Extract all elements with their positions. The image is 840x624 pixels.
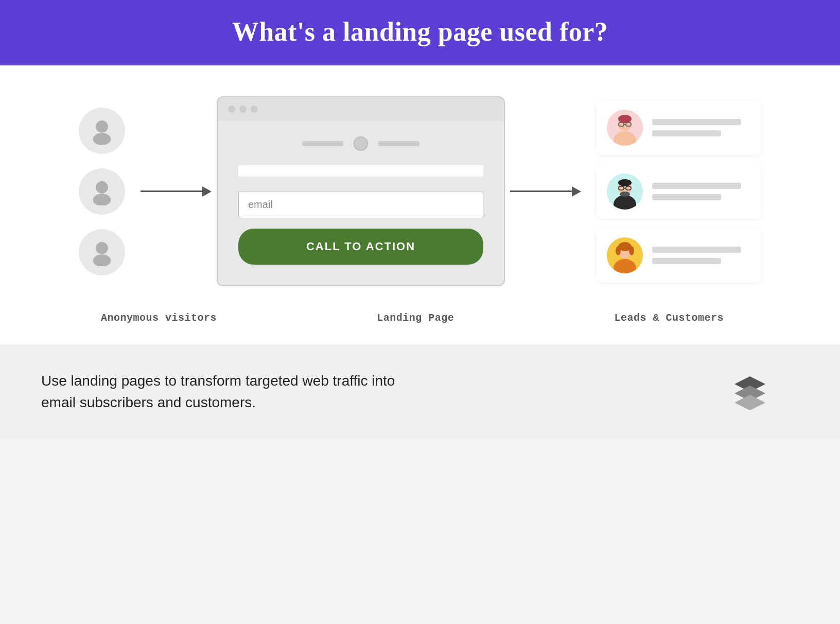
cta-button[interactable]: CALL TO ACTION [238,229,483,265]
arrow-line-left [141,190,202,192]
nav-line-left [302,141,343,146]
leads-column [597,100,761,283]
arrow-line-right [510,190,572,192]
browser-bar [218,97,504,121]
landing-page-label: Landing Page [377,312,454,324]
right-arrow [510,186,581,197]
bottom-section: Use landing pages to transform targeted … [0,344,840,439]
svg-point-4 [96,242,108,254]
lead-lines-2 [652,183,751,200]
svg-point-2 [96,181,108,194]
leads-label-text: Leads & Customers [614,312,724,324]
lead-avatar-2-image [607,174,643,210]
lead-line-long-2 [652,183,741,189]
stack-layers-svg [732,374,768,410]
lead-line-long-3 [652,247,741,253]
arrow-left-shape [141,186,212,197]
svg-point-20 [618,179,632,186]
diagram-row: email CALL TO ACTION [41,96,799,286]
lead-card-1 [597,100,761,155]
lead-card-3 [597,228,761,283]
lead-line-short-1 [652,130,721,136]
email-placeholder-text: email [248,199,273,210]
visitor-avatar-3 [79,229,125,275]
lead-line-short-2 [652,194,721,200]
visitor-avatar-2 [79,168,125,215]
leads-label: Leads & Customers [614,312,724,324]
svg-point-5 [93,254,111,266]
browser-dot-3 [251,106,258,113]
visitors-label-text: Anonymous visitors [101,312,217,324]
arrow-head-right [572,186,581,197]
visitors-label: Anonymous visitors [101,312,217,324]
svg-point-19 [620,192,630,197]
svg-point-25 [616,246,621,255]
bottom-text-line1: Use landing pages to transform targeted … [41,373,395,389]
lead-card-2 [597,164,761,219]
person-icon-2 [88,178,116,205]
lead-lines-3 [652,247,751,264]
browser-dot-1 [228,106,235,113]
person-male-beard-icon [607,174,643,210]
nav-logo-circle [354,136,368,151]
browser-mockup: email CALL TO ACTION [217,96,505,286]
arrow-right-shape [510,186,581,197]
svg-point-12 [618,115,632,123]
arrow-head-left [202,186,212,197]
lead-line-short-3 [652,258,721,264]
visitors-column [79,108,125,275]
page-header: What's a landing page used for? [0,0,840,65]
title-bar-placeholder [238,165,483,177]
landing-page-label-text: Landing Page [377,312,454,324]
browser-content: email CALL TO ACTION [218,121,504,285]
visitor-avatar-1 [79,108,125,154]
svg-point-0 [96,120,108,133]
nav-line-right [378,141,419,146]
nav-placeholder [238,136,483,151]
svg-marker-29 [734,395,765,410]
svg-point-3 [93,194,111,205]
browser-dot-2 [239,106,247,113]
lead-avatar-1 [607,110,643,146]
bottom-text-line2: email subscribers and customers. [41,394,256,410]
svg-point-26 [629,246,634,255]
bottom-description: Use landing pages to transform targeted … [41,370,395,413]
lead-avatar-3-image [607,237,643,273]
lead-lines-1 [652,119,751,136]
page-title: What's a landing page used for? [0,16,840,47]
stack-logo-icon [732,374,768,410]
main-content: email CALL TO ACTION [0,65,840,344]
person-icon-1 [88,117,116,145]
labels-row: Anonymous visitors Landing Page Leads & … [65,312,775,324]
person-female-icon [607,237,643,273]
person-female-glasses-icon [607,110,643,146]
svg-point-1 [93,133,111,145]
email-field-mock: email [238,191,483,218]
lead-avatar-1-image [607,110,643,146]
person-icon-3 [88,238,116,266]
lead-line-long-1 [652,119,741,125]
lead-avatar-3 [607,237,643,273]
left-arrow [141,186,212,197]
lead-avatar-2 [607,174,643,210]
